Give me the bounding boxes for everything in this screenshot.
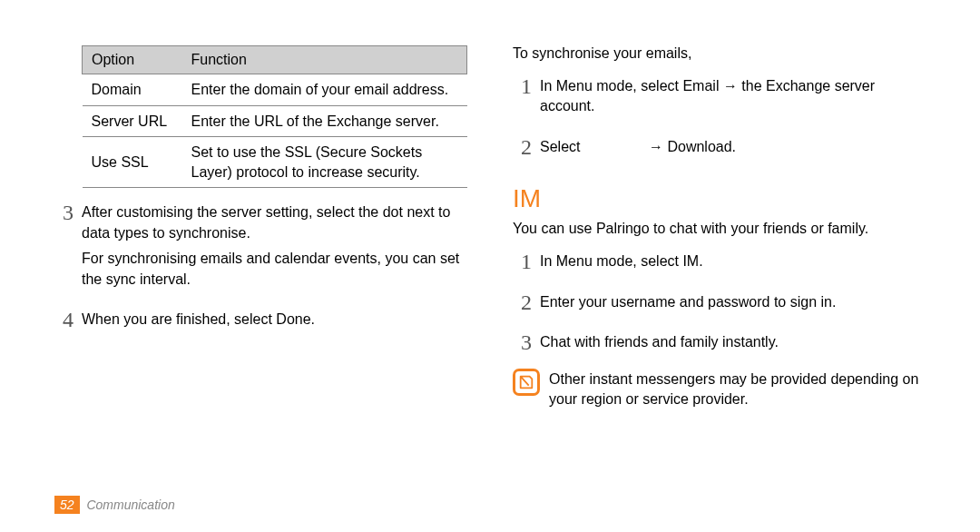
sync-step-2: 2 Select→ Download. — [513, 135, 926, 163]
step-body: After customising the server setting, se… — [82, 201, 467, 295]
im-step-2: 2 Enter your username and password to si… — [513, 291, 926, 318]
im-heading: IM — [513, 184, 926, 213]
step-text: After customising the server setting, se… — [82, 202, 467, 243]
ui-term: IM — [682, 253, 699, 269]
sync-lead: To synchronise your emails, — [513, 45, 926, 62]
th-option: Option — [83, 46, 182, 74]
right-column: To synchronise your emails, 1 In Menu mo… — [513, 45, 926, 409]
text: When you are finished, select — [82, 311, 276, 327]
step-number: 1 — [513, 74, 540, 98]
ui-term: → Download. — [649, 139, 736, 154]
step-body: In Menu mode, select Email → the Exchang… — [540, 74, 926, 123]
im-step-1: 1 In Menu mode, select IM. — [513, 250, 926, 277]
cell-function: Set to use the SSL (Secure Sockets Layer… — [182, 137, 467, 188]
step-body: In Menu mode, select IM. — [540, 250, 926, 277]
page-footer: 52 Communication — [54, 498, 175, 512]
cell-function: Enter the URL of the Exchange server. — [182, 105, 467, 137]
step-text: In Menu mode, select IM. — [540, 251, 926, 271]
cell-function: Enter the domain of your email address. — [182, 74, 467, 106]
step-number: 4 — [54, 308, 82, 331]
step-text: In Menu mode, select Email → the Exchang… — [540, 76, 926, 117]
step-body: When you are finished, select Done. — [82, 308, 467, 335]
step-body: Enter your username and password to sign… — [540, 291, 926, 318]
text: Select — [540, 137, 649, 157]
note-text: Other instant messengers may be provided… — [549, 369, 926, 409]
step-text: Enter your username and password to sign… — [540, 292, 926, 312]
sync-step-1: 1 In Menu mode, select Email → the Excha… — [513, 74, 926, 123]
note-block: Other instant messengers may be provided… — [513, 369, 926, 409]
step-number: 2 — [513, 135, 540, 159]
step-number: 3 — [54, 201, 82, 224]
step-3: 3 After customising the server setting, … — [54, 201, 467, 295]
text: In Menu mode, select — [540, 253, 682, 269]
table-row: Use SSL Set to use the SSL (Secure Socke… — [83, 137, 467, 188]
step-number: 2 — [513, 291, 540, 314]
cell-option: Use SSL — [83, 137, 182, 188]
options-table: Option Function Domain Enter the domain … — [82, 45, 467, 188]
step-text: When you are finished, select Done. — [82, 310, 467, 330]
page-number: 52 — [54, 496, 80, 514]
text: In Menu mode, select — [540, 78, 682, 94]
table-row: Domain Enter the domain of your email ad… — [83, 74, 467, 106]
text: . — [699, 253, 702, 269]
ui-term: Email — [682, 78, 719, 94]
th-function: Function — [182, 46, 467, 74]
step-text: For synchronising emails and calendar ev… — [82, 249, 467, 290]
table-row: Server URL Enter the URL of the Exchange… — [83, 105, 467, 137]
step-body: Select→ Download. — [540, 135, 926, 163]
text: . — [311, 311, 315, 327]
step-text: Select→ Download. — [540, 137, 926, 157]
ui-term: Done — [276, 311, 310, 327]
cell-option: Domain — [83, 74, 182, 106]
step-text: Chat with friends and family instantly. — [540, 332, 926, 352]
step-number: 1 — [513, 250, 540, 273]
im-desc: You can use Palringo to chat with your f… — [513, 221, 926, 237]
step-number: 3 — [513, 330, 540, 354]
note-icon — [513, 369, 540, 396]
step-body: Chat with friends and family instantly. — [540, 330, 926, 358]
page-columns: Option Function Domain Enter the domain … — [54, 45, 926, 409]
im-step-3: 3 Chat with friends and family instantly… — [513, 330, 926, 358]
left-column: Option Function Domain Enter the domain … — [54, 45, 467, 409]
step-4: 4 When you are finished, select Done. — [54, 308, 467, 335]
table-header-row: Option Function — [83, 46, 467, 74]
section-label: Communication — [86, 498, 174, 512]
cell-option: Server URL — [83, 105, 182, 137]
